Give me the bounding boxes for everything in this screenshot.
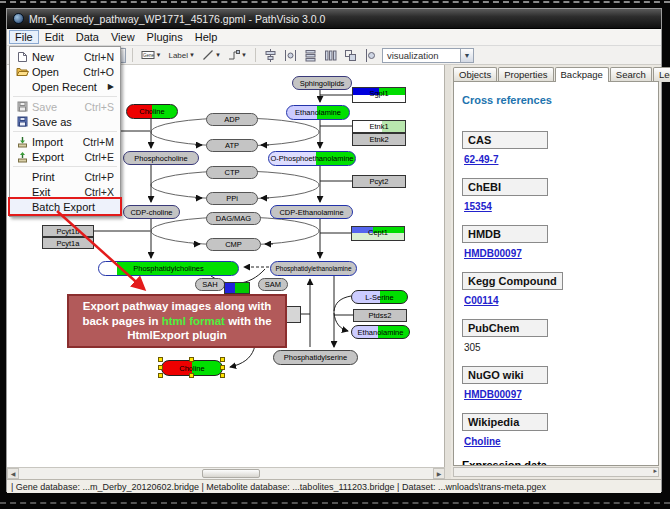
chevron-down-icon[interactable]: ▼ bbox=[189, 52, 195, 58]
node-ethanolamine[interactable]: Ethanolamine bbox=[351, 325, 410, 339]
crossref-source-name: HMDB bbox=[462, 225, 548, 243]
scroll-right-icon[interactable]: ▶ bbox=[433, 468, 445, 479]
align-left-button[interactable] bbox=[362, 47, 379, 63]
menu-data[interactable]: Data bbox=[70, 30, 105, 44]
menu-item-save-as[interactable]: Save as bbox=[10, 114, 120, 129]
chevron-down-icon[interactable]: ▼ bbox=[156, 52, 162, 58]
menu-item-label: Save as bbox=[30, 116, 114, 128]
node-cdp-ethanolamine[interactable]: CDP-Ethanolamine bbox=[270, 205, 353, 219]
window-title: Mm_Kennedy_pathway_WP1771_45176.gpml - P… bbox=[29, 13, 325, 25]
node-ctp[interactable]: CTP bbox=[206, 166, 258, 179]
scrollbar-thumb[interactable] bbox=[202, 469, 260, 478]
stack-horizontal-button[interactable] bbox=[322, 47, 339, 63]
scroll-left-icon[interactable]: ◀ bbox=[7, 468, 19, 479]
chevron-down-icon[interactable]: ▼ bbox=[215, 52, 221, 58]
node-label: Etnk2 bbox=[369, 135, 388, 144]
node-adp[interactable]: ADP bbox=[206, 113, 258, 126]
node-phosphatidylethanolamine[interactable]: Phosphatidylethanolamine bbox=[270, 261, 357, 276]
node-label: Ethanolamine bbox=[358, 328, 404, 337]
node-sah[interactable]: SAH bbox=[195, 278, 225, 291]
node-pcyt2[interactable]: Pcyt2 bbox=[352, 175, 406, 188]
datanode-tool-button[interactable]: Gene ▼ bbox=[139, 47, 164, 63]
node-cept1[interactable]: Cept1 bbox=[351, 226, 405, 241]
crossref-section-wikipedia: WikipediaCholine bbox=[462, 412, 650, 447]
selection-handle[interactable] bbox=[220, 373, 225, 378]
menu-help[interactable]: Help bbox=[189, 30, 224, 44]
node-dag-mag[interactable]: DAG/MAG bbox=[206, 212, 261, 225]
tab-search[interactable]: Search bbox=[610, 67, 652, 82]
menu-item-batch-export[interactable]: Batch Export bbox=[10, 199, 120, 214]
canvas-horizontal-scrollbar[interactable]: ◀ ▶ bbox=[7, 467, 445, 479]
node-ethanolamine[interactable]: Ethanolamine bbox=[286, 105, 350, 120]
selection-handle[interactable] bbox=[220, 357, 225, 362]
common-size-icon bbox=[344, 49, 357, 62]
crossref-link[interactable]: HMDB00097 bbox=[464, 248, 650, 259]
node-etnk1[interactable]: Etnk1 bbox=[352, 120, 406, 133]
app-window: Mm_Kennedy_pathway_WP1771_45176.gpml - P… bbox=[6, 8, 662, 492]
node-sam[interactable]: SAM bbox=[258, 278, 288, 291]
selection-handle[interactable] bbox=[158, 357, 163, 362]
menu-item-import[interactable]: ImportCtrl+M bbox=[10, 134, 120, 149]
node-ptdss2[interactable]: Ptdss2 bbox=[353, 309, 407, 322]
visualization-dropdown-icon[interactable]: ▼ bbox=[460, 49, 473, 62]
menu-item-new[interactable]: NewCtrl+N bbox=[10, 49, 120, 64]
node-sphingolipids[interactable]: Sphingolipids bbox=[292, 76, 352, 90]
menu-plugins[interactable]: Plugins bbox=[141, 30, 189, 44]
node-label: L-Serine bbox=[365, 293, 393, 302]
tab-legend[interactable]: Legend bbox=[653, 67, 670, 82]
node-phosphatidylserine[interactable]: Phosphatidylserine bbox=[273, 350, 358, 365]
selection-handle[interactable] bbox=[158, 365, 163, 370]
crossref-link[interactable]: 62-49-7 bbox=[464, 154, 650, 165]
stack-vertical-button[interactable] bbox=[302, 47, 319, 63]
crossref-link[interactable]: C00114 bbox=[464, 295, 650, 306]
connector-tool-button[interactable]: ▼ bbox=[226, 47, 249, 63]
node-ppi[interactable]: PPi bbox=[206, 192, 258, 205]
node-cdp-choline[interactable]: CDP-choline bbox=[123, 205, 180, 219]
node-cmp[interactable]: CMP bbox=[206, 238, 261, 251]
visualization-combobox[interactable]: visualization ▼ bbox=[382, 48, 474, 63]
expression-data-heading: Expression data bbox=[462, 459, 650, 466]
node-label: Ethanolamine bbox=[295, 108, 341, 117]
node-phosphocholine[interactable]: Phosphocholine bbox=[123, 151, 199, 165]
node-l-serine[interactable]: L-Serine bbox=[351, 290, 408, 304]
node-atp[interactable]: ATP bbox=[206, 139, 258, 152]
chevron-down-icon[interactable]: ▼ bbox=[241, 52, 247, 58]
menu-item-open[interactable]: OpenCtrl+O bbox=[10, 64, 120, 79]
node-o-phosphoethanolamine[interactable]: O-Phosphoethanolamine bbox=[268, 151, 356, 166]
menu-edit[interactable]: Edit bbox=[39, 30, 70, 44]
tab-properties[interactable]: Properties bbox=[498, 67, 553, 82]
node-sgpl1[interactable]: Sgpl1 bbox=[352, 87, 406, 103]
align-center-button[interactable] bbox=[262, 47, 279, 63]
menu-file[interactable]: File bbox=[9, 30, 39, 44]
menu-item-exit[interactable]: ExitCtrl+X bbox=[10, 184, 120, 199]
node-pcyt1b[interactable]: Pcyt1b bbox=[42, 225, 94, 237]
selection-handle[interactable] bbox=[189, 373, 194, 378]
node-choline[interactable]: Choline bbox=[126, 104, 178, 119]
title-bar[interactable]: Mm_Kennedy_pathway_WP1771_45176.gpml - P… bbox=[7, 9, 661, 29]
node-etnk2[interactable]: Etnk2 bbox=[352, 133, 406, 146]
node-gene-box-unlabeled[interactable] bbox=[224, 282, 250, 294]
line-tool-button[interactable]: ▼ bbox=[200, 47, 223, 63]
distribute-horizontal-button[interactable] bbox=[282, 47, 299, 63]
selection-handle[interactable] bbox=[158, 373, 163, 378]
crossref-link[interactable]: Choline bbox=[464, 436, 650, 447]
panel-horizontal-scrollbar[interactable] bbox=[453, 467, 659, 477]
node-label: Sphingolipids bbox=[300, 79, 345, 88]
menu-item-export[interactable]: ExportCtrl+E bbox=[10, 149, 120, 164]
node-pcyt1a[interactable]: Pcyt1a bbox=[42, 237, 94, 249]
crossref-link[interactable]: HMDB00097 bbox=[464, 389, 650, 400]
menu-item-open-recent[interactable]: Open Recent▶ bbox=[10, 79, 120, 94]
node-label: CMP bbox=[225, 240, 242, 249]
label-tool-button[interactable]: Label ▼ bbox=[166, 47, 197, 63]
node-phosphatidylcholines[interactable]: Phosphatidylcholines bbox=[98, 261, 239, 276]
selection-handle[interactable] bbox=[220, 365, 225, 370]
backpage-content[interactable]: Cross references CAS62-49-7ChEBI15354HMD… bbox=[453, 81, 659, 466]
selection-handle[interactable] bbox=[189, 357, 194, 362]
menu-item-print[interactable]: PrintCtrl+P bbox=[10, 169, 120, 184]
crossref-link[interactable]: 15354 bbox=[464, 201, 650, 212]
tab-backpage[interactable]: Backpage bbox=[555, 67, 609, 82]
save-as-icon bbox=[14, 116, 30, 128]
common-size-button[interactable] bbox=[342, 47, 359, 63]
menu-view[interactable]: View bbox=[105, 30, 141, 44]
tab-objects[interactable]: Objects bbox=[453, 67, 497, 82]
